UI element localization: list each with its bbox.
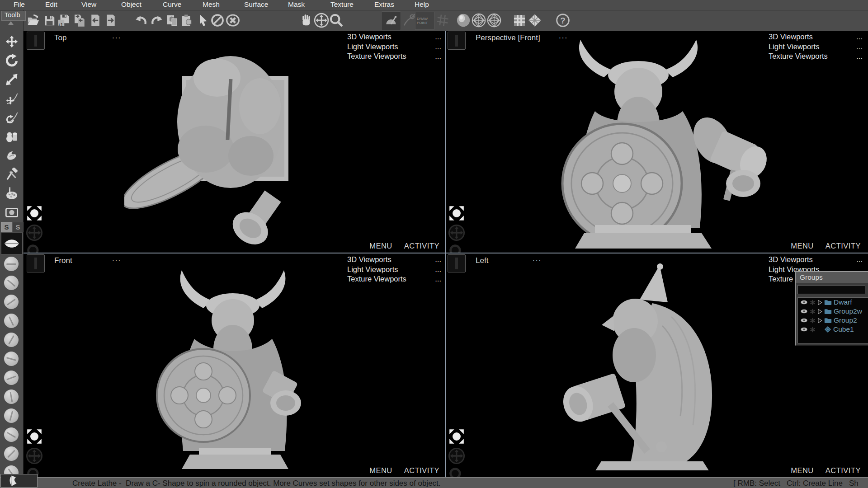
viewport-menu-button[interactable]: MENU: [369, 466, 392, 475]
pan-control-icon[interactable]: [26, 224, 43, 241]
menu-mask[interactable]: Mask: [288, 0, 305, 9]
link-3d-viewports[interactable]: 3D Viewports: [769, 255, 813, 265]
group-row-group2[interactable]: Group2: [798, 316, 868, 325]
lathe-tool-selected[interactable]: [1, 233, 23, 254]
sculpt-tool-icon[interactable]: [4, 295, 19, 309]
primitives-tool-icon[interactable]: [3, 128, 20, 145]
zoom-control-icon[interactable]: [448, 243, 465, 253]
group-row-dwarf[interactable]: Dwarf: [798, 298, 868, 307]
link-dots[interactable]: ...: [856, 42, 863, 52]
draw-point-button[interactable]: DRAW POINT: [415, 12, 434, 30]
link-light-viewports[interactable]: Light Viewports: [347, 42, 398, 52]
viewport-menu-button[interactable]: MENU: [791, 242, 814, 250]
freeze-asterisk-icon[interactable]: [810, 318, 816, 324]
marquee-select-tool-icon[interactable]: [3, 204, 20, 221]
active-tool-box[interactable]: [0, 474, 38, 488]
snap-grid-icon[interactable]: [435, 13, 450, 28]
orbit-control-icon[interactable]: [448, 428, 465, 445]
viewport-label[interactable]: Perspective [Front]: [476, 33, 540, 42]
viewport-more-dots[interactable]: ...: [112, 254, 121, 263]
menu-edit[interactable]: Edit: [45, 0, 57, 9]
menu-surface[interactable]: Surface: [244, 0, 268, 9]
link-dots[interactable]: ...: [435, 32, 441, 42]
save-incremental-icon[interactable]: +1: [56, 13, 71, 28]
visibility-eye-icon[interactable]: [800, 327, 808, 332]
menu-texture[interactable]: Texture: [330, 0, 354, 9]
import-icon[interactable]: [88, 13, 103, 28]
menu-extras[interactable]: Extras: [374, 0, 394, 9]
visibility-eye-icon[interactable]: [800, 309, 808, 314]
orbit-control-icon[interactable]: [448, 205, 465, 222]
pan-control-icon[interactable]: [448, 224, 465, 241]
freeze-asterisk-icon[interactable]: [810, 300, 816, 305]
group-label[interactable]: Group2: [834, 316, 857, 324]
construct-tool-icon[interactable]: [3, 166, 20, 183]
expand-triangle-icon[interactable]: [817, 318, 822, 324]
viewport-lock-icon[interactable]: [448, 32, 466, 50]
viewport-lock-icon[interactable]: [27, 254, 45, 272]
link-dots[interactable]: ...: [435, 52, 441, 61]
import-export-icon[interactable]: [71, 13, 87, 28]
visibility-eye-icon[interactable]: [800, 300, 808, 305]
pan-control-icon[interactable]: [448, 447, 465, 465]
delete-selection-icon[interactable]: [225, 13, 241, 28]
group-row-cube1[interactable]: Cube1: [798, 325, 868, 334]
rotate-tool-icon[interactable]: [3, 52, 20, 69]
save-icon[interactable]: [42, 13, 57, 28]
group-label[interactable]: Cube1: [833, 325, 854, 333]
menu-object[interactable]: Object: [121, 0, 142, 9]
move-on-curve-tool-icon[interactable]: [3, 90, 20, 107]
protractor-angle-icon[interactable]: [381, 11, 401, 30]
viewport-more-dots[interactable]: ...: [112, 32, 121, 41]
viewport-label[interactable]: Front: [54, 256, 72, 265]
orbit-control-icon[interactable]: [26, 428, 43, 445]
viewport-more-dots[interactable]: ...: [559, 32, 568, 41]
menu-view[interactable]: View: [81, 0, 96, 9]
expand-triangle-icon[interactable]: [817, 300, 822, 305]
export-icon[interactable]: [103, 13, 118, 28]
sculpt-tool-icon[interactable]: [4, 257, 19, 271]
sculpt-tool-icon[interactable]: [4, 314, 19, 328]
viewport-more-dots[interactable]: ...: [533, 254, 542, 263]
viewport-splitter-horizontal[interactable]: [24, 253, 868, 253]
quad-grid-icon[interactable]: [512, 13, 527, 28]
sculpt-tool-icon[interactable]: [4, 427, 19, 442]
zoom-control-icon[interactable]: [26, 243, 43, 253]
orbit-control-icon[interactable]: [26, 205, 43, 222]
sculpt-tool-icon[interactable]: [4, 389, 19, 404]
visibility-eye-icon[interactable]: [800, 318, 808, 323]
link-dots[interactable]: ...: [435, 42, 441, 52]
expand-triangle-icon[interactable]: [817, 309, 822, 314]
tab-s-left[interactable]: S: [1, 222, 12, 232]
viewport-activity-button[interactable]: ACTIVITY: [826, 466, 861, 475]
scroll-up-icon[interactable]: [8, 21, 14, 25]
toolbox-title[interactable]: Toolb: [1, 11, 26, 21]
viewport-lock-icon[interactable]: [448, 254, 466, 272]
viewport-label[interactable]: Left: [476, 256, 488, 265]
link-light-viewports[interactable]: Light Viewports: [769, 42, 820, 52]
link-texture-viewports[interactable]: Texture Viewports: [347, 52, 406, 61]
menu-file[interactable]: File: [14, 0, 25, 9]
open-file-icon[interactable]: [25, 13, 41, 28]
shaded-sphere-icon[interactable]: [456, 13, 471, 28]
help-icon[interactable]: ?: [555, 13, 571, 28]
link-texture-viewports[interactable]: Texture Viewports: [769, 52, 828, 61]
link-3d-viewports[interactable]: 3D Viewports: [347, 255, 392, 265]
undo-icon[interactable]: [133, 13, 149, 28]
sculpt-tool-icon[interactable]: [4, 352, 19, 366]
redo-icon[interactable]: [149, 13, 165, 28]
zoom-view-icon[interactable]: [329, 13, 344, 28]
subdivide-diamond-icon[interactable]: [527, 13, 542, 28]
group-row-group2w[interactable]: Group2w: [798, 307, 868, 316]
link-dots[interactable]: ...: [856, 52, 863, 61]
copy-icon[interactable]: [164, 13, 179, 28]
link-light-viewports[interactable]: Light Viewports: [347, 265, 398, 275]
link-3d-viewports[interactable]: 3D Viewports: [769, 32, 813, 42]
pan-control-icon[interactable]: [26, 447, 43, 465]
link-texture-viewports[interactable]: Texture Viewports: [347, 274, 406, 284]
link-3d-viewports[interactable]: 3D Viewports: [347, 32, 392, 42]
groups-search-input[interactable]: [797, 285, 865, 294]
groups-panel-title[interactable]: Groups: [796, 272, 868, 283]
zoom-control-icon[interactable]: [448, 466, 465, 477]
sculpt-tool-icon[interactable]: [4, 333, 19, 347]
